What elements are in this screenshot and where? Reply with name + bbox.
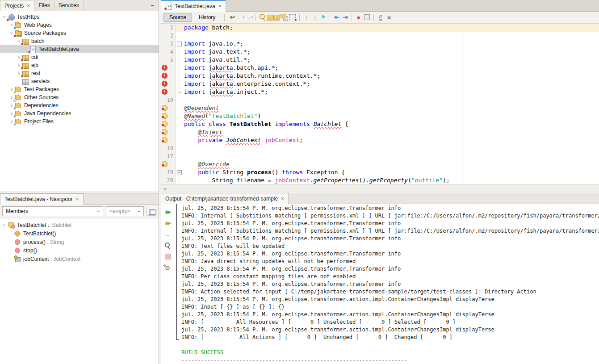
tree-item-ejb[interactable]: ejb	[0, 61, 159, 69]
toolbar-separator	[330, 14, 330, 21]
rect-select-icon[interactable]	[289, 13, 297, 21]
console-line: jul. 25, 2023 8:15:54 P. M. org.eclipse.…	[174, 220, 599, 227]
inspect-combobox[interactable]: <empty> ›	[106, 206, 144, 216]
error-annotation-icon[interactable]	[162, 89, 168, 95]
tree-item-source-packages[interactable]: Source Packages	[0, 29, 159, 37]
shift-left-icon[interactable]	[332, 13, 341, 21]
minimize-icon[interactable]: –	[151, 2, 154, 8]
stop-macro-icon[interactable]	[363, 13, 371, 21]
code-editor[interactable]: 1package batch;23import java.io.*;4impor…	[161, 24, 599, 184]
error-annotation-icon[interactable]	[162, 65, 168, 71]
tree-item-web-pages[interactable]: Web Pages	[0, 21, 159, 29]
tree-item-dependencies[interactable]: Dependencies	[0, 101, 159, 109]
editor-dock: TestBatchlet.java× Source History 1packa…	[159, 0, 599, 364]
toolbar-separator	[299, 14, 300, 21]
comment-icon[interactable]	[376, 13, 385, 21]
close-icon[interactable]: ×	[218, 3, 222, 9]
find-prev-icon[interactable]	[267, 15, 273, 21]
stop-build-icon[interactable]	[163, 252, 172, 261]
error-annotation-icon[interactable]	[162, 81, 168, 87]
field-icon	[14, 255, 21, 262]
toolbar-separator	[256, 14, 256, 21]
tree-item-project-files[interactable]: Project Files	[0, 117, 159, 126]
nav-item-jobcontext[interactable]: jobContext : JobContext	[0, 255, 159, 263]
uncomment-icon[interactable]	[385, 13, 393, 21]
tree-item-servlets[interactable]: servlets	[0, 77, 159, 85]
gutter-cell: 19	[161, 168, 176, 176]
package-grey-icon	[22, 78, 29, 85]
show-inherited-members-button[interactable]	[147, 207, 156, 216]
toggle-highlight-icon[interactable]	[280, 13, 289, 21]
tree-item-batch[interactable]: batch	[0, 37, 159, 45]
prev-bookmark-icon[interactable]	[302, 13, 310, 21]
tree-item-testbatchlet-java[interactable]: TestBatchlet.java	[0, 45, 159, 53]
forward-icon[interactable]	[245, 13, 253, 21]
tree-item-other-sources[interactable]: Other Sources	[0, 93, 159, 101]
tab-testbatchlet-java-navigator[interactable]: TestBatchlet.java - Navigator×	[0, 193, 84, 205]
search-output-icon[interactable]	[163, 241, 172, 250]
tree-item-cdi[interactable]: cdi	[0, 53, 159, 61]
tree-item-rest[interactable]: rest	[0, 69, 159, 77]
code-line: private JobContext jobContext;	[161, 136, 599, 144]
breadcrumb-expand-icon[interactable]: »	[163, 185, 167, 192]
code-fold-icon[interactable]	[176, 168, 182, 176]
console-line: INFO: Internal [ Substitions matching [ …	[174, 212, 599, 220]
code-fold-line	[176, 176, 182, 184]
console-line: INFO: Per class constant mapping files a…	[174, 273, 599, 280]
expander-open-icon[interactable]	[2, 223, 8, 227]
hint-error-annotation-icon[interactable]	[162, 105, 168, 111]
tab-services[interactable]: Services	[54, 0, 84, 11]
hint-error-annotation-icon[interactable]	[162, 129, 168, 135]
console-line: BUILD SUCCESS	[174, 349, 599, 356]
error-annotation-icon[interactable]	[162, 73, 168, 79]
breadcrumb-bar[interactable]: »	[161, 184, 599, 193]
tab-testbatchlet-java[interactable]: TestBatchlet.java×	[161, 0, 226, 12]
source-view-button[interactable]: Source	[163, 13, 192, 22]
hint-error-annotation-icon[interactable]	[162, 161, 168, 167]
tree-item-test-packages[interactable]: Test Packages	[0, 85, 159, 93]
tab-files[interactable]: Files	[34, 0, 54, 11]
history-view-button[interactable]: History	[193, 13, 221, 22]
rerun-icon[interactable]	[163, 208, 172, 216]
code-text: public class TestBatchlet implements Bat…	[182, 120, 599, 128]
gutter-cell: 5	[161, 56, 176, 64]
tree-item-java-dependencies[interactable]: Java Dependencies	[0, 109, 159, 117]
back-icon[interactable]	[236, 13, 245, 21]
record-macro-icon[interactable]	[354, 13, 363, 21]
folder-icon	[15, 22, 22, 29]
package-icon	[22, 70, 29, 77]
code-fold-line	[176, 80, 182, 88]
code-text	[182, 96, 599, 104]
nav-item-testbatchlet[interactable]: TestBatchlet :: Batchlet	[0, 221, 159, 229]
code-line: 5import java.util.*;	[161, 56, 599, 64]
tab-projects[interactable]: Projects×	[0, 0, 34, 11]
close-icon[interactable]: ×	[75, 196, 79, 202]
hint-error-annotation-icon[interactable]	[162, 137, 168, 143]
run-maven-icon[interactable]	[163, 230, 172, 238]
close-icon[interactable]: ×	[26, 3, 30, 9]
rerun-debug-icon[interactable]	[163, 219, 172, 227]
toggle-bookmark-icon[interactable]	[319, 13, 327, 21]
tree-item-testhttps[interactable]: TestHttps	[0, 13, 159, 21]
tree-item-label: Other Sources	[22, 94, 59, 100]
nav-item-stop[interactable]: stop()	[0, 246, 159, 255]
next-bookmark-icon[interactable]	[310, 13, 319, 21]
find-next-icon[interactable]	[273, 15, 280, 21]
hint-error-annotation-icon[interactable]	[162, 113, 168, 119]
close-icon[interactable]: ×	[280, 196, 284, 202]
find-icon[interactable]	[258, 13, 267, 21]
build-settings-icon[interactable]	[163, 264, 172, 272]
tab-output-c-temp-jakartaee-transformed-sample[interactable]: Output - C:\temp\jakartaee-transformed-s…	[161, 193, 289, 204]
hint-error-annotation-icon[interactable]	[162, 121, 168, 127]
nav-item-process[interactable]: process() : String	[0, 238, 159, 246]
shift-right-icon[interactable]	[341, 13, 349, 21]
minimize-icon[interactable]: –	[151, 195, 154, 202]
nav-item-testbatchlet[interactable]: TestBatchlet()	[0, 229, 159, 238]
code-fold-icon[interactable]	[176, 40, 182, 48]
output-console[interactable]: jul. 25, 2023 8:15:54 P. M. org.eclipse.…	[174, 204, 599, 364]
gutter-cell: 16	[161, 144, 176, 152]
nav-item-type: : String	[46, 239, 64, 245]
members-filter-combobox[interactable]: Members ›	[2, 206, 103, 216]
red-badge-icon	[21, 67, 24, 70]
jump-last-edit-icon[interactable]	[228, 13, 236, 21]
